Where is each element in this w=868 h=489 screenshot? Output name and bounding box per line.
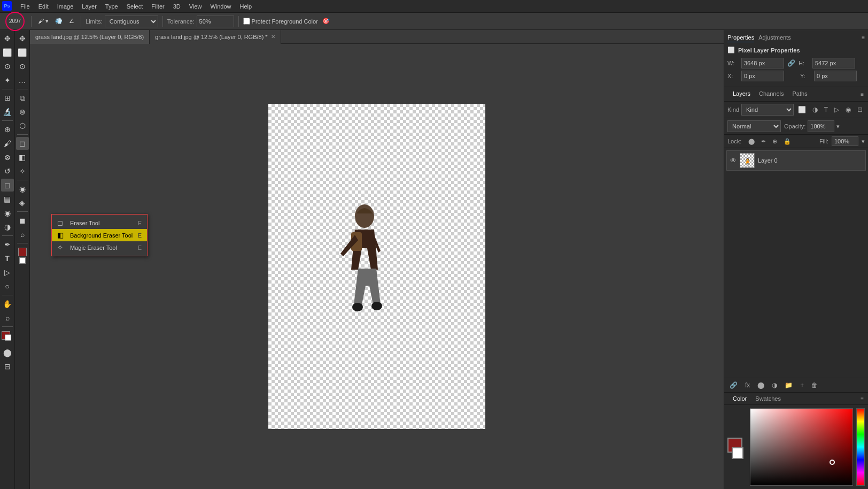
layer-item-0[interactable]: 👁 🧍 Layer 0 xyxy=(726,150,866,171)
layers-tab[interactable]: Layers xyxy=(728,87,755,101)
brush-size-indicator[interactable]: 2097 xyxy=(5,12,25,31)
blend-mode-select[interactable]: Normal Dissolve Multiply Screen Overlay xyxy=(727,120,781,132)
fg-bg-sec[interactable]: ◼ xyxy=(16,214,29,227)
move-tool-2[interactable]: ✥ xyxy=(16,32,29,45)
transform-btn[interactable]: ⧉ xyxy=(16,91,29,104)
background-color[interactable] xyxy=(732,447,743,459)
lock-pixels-btn[interactable]: ⬤ xyxy=(747,137,756,146)
swatches-tab[interactable]: Swatches xyxy=(751,393,785,404)
zoom-sec[interactable]: ⌕ xyxy=(16,228,29,241)
menu-window[interactable]: Window xyxy=(206,2,235,11)
fill-input[interactable] xyxy=(832,136,858,146)
canvas-container[interactable]: ◻ Eraser Tool E ◧ Background Eraser Tool… xyxy=(30,44,724,489)
color-tab[interactable]: Color xyxy=(728,393,751,404)
filter-text-btn[interactable]: T xyxy=(822,105,830,114)
filter-toggle-btn[interactable]: ⊡ xyxy=(855,105,865,114)
fg-color-sec[interactable] xyxy=(18,248,27,256)
tab-2-close[interactable]: ✕ xyxy=(271,34,275,40)
text-tool[interactable]: T xyxy=(1,252,14,265)
magic-eraser-2[interactable]: ✧ xyxy=(16,165,29,178)
channels-tab[interactable]: Channels xyxy=(755,87,788,101)
paths-tab[interactable]: Paths xyxy=(788,87,812,101)
sharpen-2[interactable]: ◈ xyxy=(16,196,29,209)
brush-preset-picker[interactable]: 🖌 ▾ xyxy=(36,17,51,26)
history-brush[interactable]: ↺ xyxy=(1,165,14,178)
adjustments-tab[interactable]: Adjustments xyxy=(758,33,791,42)
opacity-input[interactable] xyxy=(808,120,834,132)
menu-edit[interactable]: Edit xyxy=(34,2,53,11)
lasso-2[interactable]: ⊙ xyxy=(16,60,29,73)
lock-artboard-btn[interactable]: ⊕ xyxy=(771,137,779,146)
color-menu-btn[interactable]: ≡ xyxy=(861,396,864,402)
select-rect-2[interactable]: ⬜ xyxy=(16,46,29,59)
height-input[interactable] xyxy=(812,58,855,68)
screen-mode-btn[interactable]: ⊟ xyxy=(1,360,14,373)
crop-tool[interactable]: ⊞ xyxy=(1,91,14,104)
new-layer-btn[interactable]: + xyxy=(798,380,806,390)
x-input[interactable] xyxy=(741,71,784,81)
bg-color-swatch[interactable] xyxy=(5,334,11,341)
main-canvas[interactable] xyxy=(268,104,485,429)
lock-position-btn[interactable]: ✒ xyxy=(759,137,768,146)
color-cursor[interactable] xyxy=(830,460,835,465)
add-group-btn[interactable]: 📁 xyxy=(782,380,795,390)
filter-pixel-btn[interactable]: ⬜ xyxy=(796,105,808,114)
menu-file[interactable]: File xyxy=(16,2,34,11)
sample-color-btn[interactable]: 🎯 xyxy=(320,17,332,26)
add-mask-btn[interactable]: ⬤ xyxy=(755,380,766,390)
magic-wand-tool[interactable]: ✦ xyxy=(1,74,14,87)
path-select-tool[interactable]: ▷ xyxy=(1,266,14,279)
menu-filter[interactable]: Filter xyxy=(147,2,168,11)
flyout-magic-eraser-tool[interactable]: ✧ Magic Eraser Tool E xyxy=(52,241,147,254)
menu-layer[interactable]: Layer xyxy=(78,2,101,11)
tab-1[interactable]: grass land.jpg @ 12.5% (Layer 0, RGB/8) xyxy=(30,30,150,44)
tolerance-input[interactable] xyxy=(197,16,234,27)
properties-menu-btn[interactable]: ≡ xyxy=(862,35,865,41)
menu-select[interactable]: Select xyxy=(122,2,148,11)
shape-tool[interactable]: ○ xyxy=(1,280,14,293)
warp-btn[interactable]: ⊛ xyxy=(16,105,29,118)
protect-fg-checkbox[interactable] xyxy=(243,18,250,25)
layer-visibility-0[interactable]: 👁 xyxy=(730,157,737,164)
menu-view[interactable]: View xyxy=(185,2,206,11)
select-rect-tool[interactable]: ⬜ xyxy=(1,46,14,59)
color-spectrum[interactable] xyxy=(750,408,853,486)
filter-shape-btn[interactable]: ▷ xyxy=(832,105,841,114)
pen-tool[interactable]: ✒ xyxy=(1,238,14,251)
width-input[interactable] xyxy=(741,58,784,68)
new-adjustment-btn[interactable]: ◑ xyxy=(770,380,779,390)
bg-color-sec[interactable] xyxy=(19,257,26,264)
properties-tab[interactable]: Properties xyxy=(727,33,754,42)
angle-btn[interactable]: ∠ xyxy=(67,17,76,26)
lasso-tool[interactable]: ⊙ xyxy=(1,60,14,73)
link-icon[interactable]: 🔗 xyxy=(787,59,795,67)
zoom-tool[interactable]: ⌕ xyxy=(1,311,14,324)
dodge-tool[interactable]: ◑ xyxy=(1,220,14,233)
eraser-tool-2[interactable]: ◻ xyxy=(16,137,29,150)
link-layers-btn[interactable]: 🔗 xyxy=(727,380,740,390)
menu-type[interactable]: Type xyxy=(101,2,122,11)
layers-menu-btn[interactable]: ≡ xyxy=(861,91,864,97)
hand-tool[interactable]: ✋ xyxy=(1,297,14,310)
lock-all-btn[interactable]: 🔒 xyxy=(782,137,793,146)
menu-image[interactable]: Image xyxy=(53,2,78,11)
tab-2[interactable]: grass land.jpg @ 12.5% (Layer 0, RGB/8) … xyxy=(150,30,281,44)
delete-layer-btn[interactable]: 🗑 xyxy=(809,380,820,390)
y-input[interactable] xyxy=(814,71,857,81)
fg-bg-color-swatches[interactable] xyxy=(2,331,13,343)
fill-arrow[interactable]: ▾ xyxy=(862,138,865,145)
bg-eraser-2[interactable]: ◧ xyxy=(16,151,29,164)
perspective-btn[interactable]: ⬡ xyxy=(16,119,29,132)
brush-tool[interactable]: 🖌 xyxy=(1,137,14,150)
heal-tool[interactable]: ⊕ xyxy=(1,123,14,136)
filter-smart-btn[interactable]: ◉ xyxy=(843,105,853,114)
opacity-arrow[interactable]: ▾ xyxy=(836,123,840,130)
menu-help[interactable]: Help xyxy=(236,2,257,11)
flyout-eraser-tool[interactable]: ◻ Eraser Tool E xyxy=(52,217,147,229)
flyout-bg-eraser-tool[interactable]: ◧ Background Eraser Tool E xyxy=(52,229,147,241)
layer-fx-btn[interactable]: fx xyxy=(743,380,752,390)
filter-adjustment-btn[interactable]: ◑ xyxy=(810,105,820,114)
more-options[interactable]: … xyxy=(16,74,29,87)
eyedrop-tool[interactable]: 🔬 xyxy=(1,105,14,118)
quick-mask-btn[interactable]: ⬤ xyxy=(1,346,14,359)
